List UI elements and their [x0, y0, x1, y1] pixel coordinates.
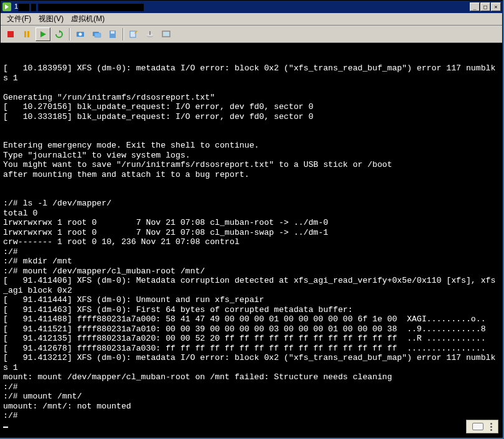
cursor — [3, 427, 8, 428]
snapshot-button[interactable] — [73, 27, 88, 41]
fullscreen-button[interactable] — [159, 27, 174, 41]
settings-button[interactable] — [126, 27, 141, 41]
app-window: 1 _ □ × 文件(F) 视图(V) 虚拟机(M) [ 10.183959] … — [0, 0, 503, 438]
menu-dots-icon — [490, 423, 492, 431]
terminal-output: [ 10.183959] XFS (dm-0): metadata I/O er… — [3, 64, 500, 421]
toolbar-separator — [69, 28, 70, 40]
svg-point-5 — [79, 32, 82, 35]
close-button[interactable]: × — [491, 2, 501, 11]
reset-button[interactable] — [52, 27, 67, 41]
menu-file[interactable]: 文件(F) — [3, 12, 35, 26]
svg-rect-7 — [95, 33, 101, 37]
keyboard-icon — [472, 423, 483, 430]
svg-rect-10 — [130, 31, 136, 37]
play-button[interactable] — [35, 27, 50, 41]
toolbar — [1, 26, 502, 43]
snapshot-manager-button[interactable] — [89, 27, 104, 41]
svg-rect-3 — [27, 31, 29, 37]
svg-rect-1 — [7, 31, 14, 37]
window-controls: _ □ × — [470, 2, 501, 11]
pause-button[interactable] — [19, 27, 34, 41]
window-title: 1 — [14, 2, 470, 11]
minimize-button[interactable]: _ — [470, 2, 480, 11]
app-icon — [2, 2, 12, 12]
svg-rect-15 — [164, 32, 169, 35]
menu-view[interactable]: 视图(V) — [35, 12, 67, 26]
terminal[interactable]: [ 10.183959] XFS (dm-0): metadata I/O er… — [1, 43, 502, 437]
disk-button[interactable] — [105, 27, 120, 41]
toolbar-separator-2 — [123, 28, 124, 40]
svg-rect-13 — [149, 31, 151, 35]
svg-rect-2 — [24, 31, 26, 37]
stop-button[interactable] — [3, 27, 18, 41]
titlebar[interactable]: 1 _ □ × — [1, 1, 502, 13]
svg-rect-9 — [111, 31, 114, 34]
maximize-button[interactable]: □ — [480, 2, 490, 11]
menubar: 文件(F) 视图(V) 虚拟机(M) — [1, 13, 502, 26]
input-hint-pane[interactable] — [466, 420, 498, 433]
menu-vm[interactable]: 虚拟机(M) — [67, 12, 108, 26]
connect-device-button[interactable] — [142, 27, 157, 41]
